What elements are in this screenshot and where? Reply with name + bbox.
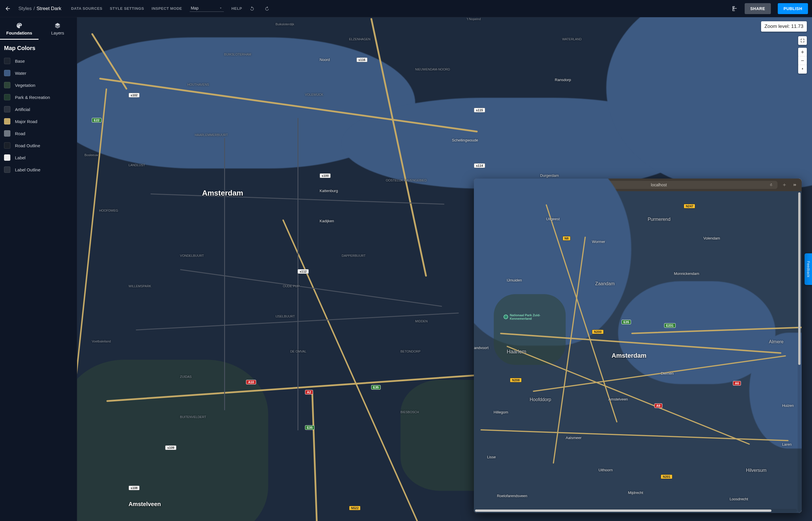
swatch-row-water[interactable]: Water (0, 67, 77, 79)
preview-horizontal-scrollbar[interactable] (475, 509, 797, 513)
swatch-label: Vegetation (15, 83, 36, 88)
map-controls (798, 36, 807, 74)
compass-button[interactable] (798, 65, 807, 74)
route-shield: E35 (371, 385, 381, 390)
zoom-level-badge: Zoom level: 11.73 (761, 21, 807, 31)
swatch-row-label-outline[interactable]: Label Outline (0, 164, 77, 176)
park-pin-icon (504, 315, 508, 319)
preview-map[interactable]: Amsterdam Uitgeest Purmerend Wormer Vole… (474, 191, 802, 513)
swatch-label: Label (15, 155, 26, 160)
map-label: HOOFDWEG (99, 209, 118, 212)
sidebar-tabs: Foundations Layers (0, 20, 77, 40)
breadcrumb-root[interactable]: Styles (18, 6, 32, 12)
swatch-road (4, 130, 10, 137)
zoom-in-button[interactable] (798, 48, 807, 56)
tabs-overview-button[interactable] (791, 182, 798, 187)
preview-label: Aalsmeer (566, 436, 581, 440)
preview-label: Hoofddorp (530, 397, 551, 402)
swatch-row-road-outline[interactable]: Road Outline (0, 139, 77, 152)
map-label: ELZENHAGEN (349, 37, 371, 41)
section-title-map-colors: Map Colors (0, 40, 77, 54)
swatch-artificial (4, 106, 10, 112)
swatch-row-vegetation[interactable]: Vegetation (0, 79, 77, 91)
route-shield: N522 (349, 506, 360, 511)
inspect-mode-dropdown[interactable]: Map (190, 5, 224, 12)
preview-label: Amstelveen (608, 397, 628, 401)
map-label: WILLEMSPARK (129, 285, 151, 288)
reload-button[interactable] (768, 183, 774, 187)
preview-vertical-scrollbar[interactable] (797, 192, 801, 512)
swatch-label-swatch (4, 154, 10, 161)
publish-button[interactable]: PUBLISH (778, 3, 808, 14)
plus-icon (782, 183, 787, 187)
map-viewport[interactable]: Amsterdam Amstelveen Buiksloterdijk 't N… (77, 17, 812, 521)
preview-label: Mijdrecht (628, 491, 643, 495)
top-menu: DATA SOURCES STYLE SETTINGS INSPECT MODE… (71, 5, 242, 12)
menu-help[interactable]: HELP (231, 6, 242, 10)
menu-style-settings[interactable]: STYLE SETTINGS (110, 6, 144, 10)
swatch-label: Water (15, 71, 26, 76)
plus-icon (800, 50, 805, 54)
redo-button[interactable] (264, 5, 270, 12)
map-label: Kadijken (320, 219, 334, 223)
feedback-tab[interactable]: Feedback (805, 253, 812, 285)
tab-foundations[interactable]: Foundations (0, 20, 39, 40)
swatch-label: Major Road (15, 119, 38, 124)
map-label: 't Nopeind (467, 17, 481, 21)
swatch-row-base[interactable]: Base (0, 55, 77, 67)
undo-icon (249, 6, 255, 11)
share-button[interactable]: SHARE (745, 3, 771, 14)
preview-label: Monnickendam (674, 271, 699, 276)
undo-button[interactable] (249, 5, 255, 12)
back-button[interactable] (4, 5, 12, 13)
map-label: Ransdorp (555, 77, 571, 82)
route-shield: N201 (661, 474, 672, 479)
swatch-row-label[interactable]: Label (0, 152, 77, 164)
menu-data-sources[interactable]: DATA SOURCES (71, 6, 103, 10)
preview-label: Volendam (704, 236, 720, 241)
map-colors-list: Base Water Vegetation Park & Recreation … (0, 54, 77, 177)
preview-label: Loosdrecht (730, 497, 748, 501)
park-label: Nationaal Park Zuid- Kennemerland (510, 313, 540, 320)
swatch-row-artificial[interactable]: Artificial (0, 103, 77, 115)
swatch-label: Base (15, 59, 25, 64)
open-external-button[interactable] (731, 5, 738, 12)
new-tab-button[interactable] (781, 183, 788, 187)
fullscreen-icon (800, 38, 805, 43)
preview-window[interactable]: localhost (474, 179, 802, 513)
map-label: Buiksloterdijk (276, 22, 294, 26)
tab-layers-label: Layers (51, 30, 64, 36)
swatch-row-road[interactable]: Road (0, 128, 77, 139)
map-label: WATERLAND (562, 37, 582, 41)
preview-label: Hilversum (746, 468, 767, 473)
fullscreen-button[interactable] (798, 36, 807, 45)
reload-icon (769, 183, 773, 187)
swatch-row-park[interactable]: Park & Recreation (0, 91, 77, 103)
route-shield: N247 (684, 204, 695, 208)
swatch-row-major-road[interactable]: Major Road (0, 115, 77, 128)
swatch-base (4, 58, 10, 64)
map-label: Kattenburg (320, 189, 338, 193)
swatch-road-outline (4, 142, 10, 149)
sidebar: Foundations Layers Map Colors Base Water… (0, 17, 77, 521)
tab-layers[interactable]: Layers (39, 20, 77, 40)
swatch-label: Road Outline (15, 143, 40, 148)
topbar: Styles / Street Dark DATA SOURCES STYLE … (0, 0, 812, 17)
url-text: localhost (651, 183, 667, 187)
route-shield: A6 (733, 381, 741, 386)
layers-icon (54, 22, 61, 29)
map-label: DAPPERBUURT (342, 254, 366, 257)
topbar-history (249, 5, 270, 12)
park-marker: Nationaal Park Zuid- Kennemerland (504, 313, 540, 320)
map-canvas: Amsterdam Amstelveen Buiksloterdijk 't N… (77, 17, 812, 521)
swatch-vegetation (4, 82, 10, 88)
map-label: VONDELBUURT (180, 254, 204, 257)
compass-icon (800, 67, 805, 71)
map-label: MIDDEN (415, 319, 427, 323)
swatch-label: Label Outline (15, 167, 40, 172)
menu-inspect-mode[interactable]: INSPECT MODE (152, 6, 182, 10)
chevrons-right-icon (792, 182, 797, 187)
preview-label: Hillegom (494, 410, 508, 414)
breadcrumb-separator: / (34, 6, 35, 12)
zoom-out-button[interactable] (798, 56, 807, 65)
